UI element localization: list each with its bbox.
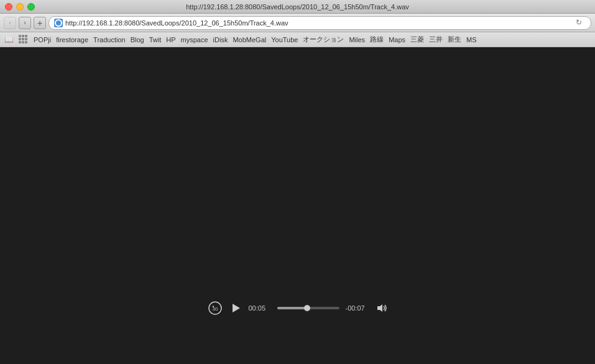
bookmark-maps[interactable]: Maps [389, 36, 405, 43]
close-button[interactable] [5, 3, 12, 11]
volume-icon [377, 304, 388, 312]
rewind-button[interactable]: 30 [208, 301, 223, 316]
time-current: 00:05 [249, 304, 271, 312]
bookmark-rosen[interactable]: 路線 [370, 35, 384, 44]
volume-button[interactable] [377, 303, 388, 314]
url-security-icon [54, 19, 63, 27]
minimize-button[interactable] [16, 3, 24, 11]
bookmarks-bar: 📖 POPji firestorage Traduction Blog Twit… [0, 32, 595, 47]
bookmark-popji[interactable]: POPji [34, 36, 51, 43]
back-button[interactable]: ‹ [4, 17, 16, 29]
add-tab-button[interactable]: + [34, 17, 46, 29]
bookmark-blog[interactable]: Blog [131, 36, 144, 43]
rewind-icon: 30 [208, 301, 222, 315]
bookmark-firestorage[interactable]: firestorage [56, 36, 88, 43]
url-input[interactable] [65, 19, 576, 27]
bookmark-auction[interactable]: オークション [303, 35, 344, 44]
bookmark-ms[interactable]: MS [466, 36, 477, 43]
progress-track[interactable] [277, 307, 339, 309]
bookmark-traduction[interactable]: Traduction [93, 36, 126, 43]
window-controls [5, 3, 35, 11]
bookmark-hp[interactable]: HP [166, 36, 175, 43]
window-title: http://192.168.1.28:8080/SavedLoops/2010… [186, 3, 409, 11]
bookmark-shinsei[interactable]: 新生 [448, 35, 461, 44]
bookmark-mobmegal[interactable]: MobMeGal [233, 36, 266, 43]
url-bar[interactable]: ↻ [48, 16, 591, 30]
refresh-button[interactable]: ↻ [576, 18, 586, 28]
bookmark-mitsui[interactable]: 三井 [429, 35, 443, 44]
progress-fill [277, 307, 305, 309]
grid-icon[interactable] [19, 35, 29, 45]
maximize-button[interactable] [27, 3, 35, 11]
bookmark-mitsubishi[interactable]: 三菱 [410, 35, 424, 44]
bookmark-idisk[interactable]: iDisk [213, 36, 228, 43]
title-bar: http://192.168.1.28:8080/SavedLoops/2010… [0, 0, 595, 14]
forward-button[interactable]: › [19, 17, 31, 29]
bookmark-twit[interactable]: Twit [149, 36, 162, 43]
bookmark-miles[interactable]: Miles [349, 36, 365, 43]
reading-list-icon[interactable]: 📖 [4, 35, 14, 45]
nav-bar: ‹ › + ↻ [0, 14, 595, 32]
play-button[interactable] [229, 301, 242, 315]
svg-marker-3 [377, 304, 382, 312]
bookmark-youtube[interactable]: YouTube [271, 36, 298, 43]
progress-thumb[interactable] [304, 305, 310, 311]
audio-player: 30 00:05 -00:07 [199, 296, 397, 321]
main-content: 30 00:05 -00:07 [0, 47, 595, 364]
bookmark-myspace[interactable]: myspace [181, 36, 208, 43]
play-icon [233, 304, 240, 312]
time-remaining: -00:07 [346, 304, 371, 312]
